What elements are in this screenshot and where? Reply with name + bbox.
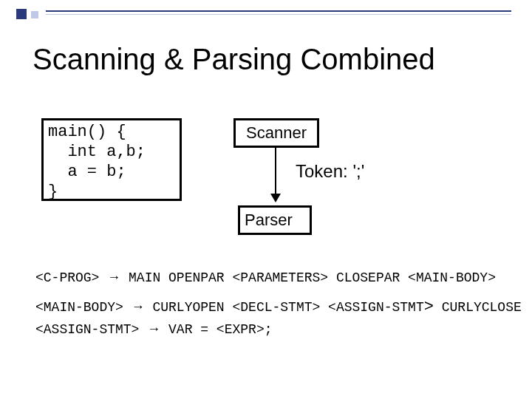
header-rule [46,10,511,15]
parser-box: Parser [238,205,312,235]
token-output: Token: ';' [296,161,364,182]
token-prefix: Token: [296,161,352,181]
grammar-rule-3: <ASSIGN-STMT> → VAR = <EXPR>; [35,318,273,341]
arrow-icon: → [147,321,160,336]
code-line-1: main() { [48,123,126,141]
rule1-lhs: <C-PROG> [35,270,99,285]
arrow-icon: → [132,299,145,314]
header-decor [16,9,38,19]
code-line-4: } [48,183,58,201]
big-angle: > [424,298,434,316]
slide-title: Scanning & Parsing Combined [33,43,435,76]
rule2-rhs-a: CURLYOPEN <DECL-STMT> <ASSIGN-STMT [152,300,423,315]
decor-square-large [16,9,27,19]
rule2-lhs: <MAIN-BODY> [35,300,123,315]
token-value: ';' [352,161,364,181]
rule3-rhs: VAR = <EXPR>; [168,322,272,337]
rule3-lhs: <ASSIGN-STMT> [35,322,139,337]
grammar-rule-1: <C-PROG> → MAIN OPENPAR <PARAMETERS> CLO… [35,266,496,289]
grammar-rule-2: <MAIN-BODY> → CURLYOPEN <DECL-STMT> <ASS… [35,296,522,318]
arrow-icon: → [107,270,120,284]
rule1-rhs: MAIN OPENPAR <PARAMETERS> CLOSEPAR <MAIN… [129,270,496,285]
decor-square-small [31,11,38,18]
rule2-rhs-b: CURLYCLOSE [442,300,522,315]
arrow-down-icon [275,148,276,201]
code-line-2: int a,b; [48,143,146,161]
scanner-box: Scanner [233,118,319,148]
source-code-box: main() { int a,b; a = b; } [41,118,182,201]
code-line-3: a = b; [48,163,126,181]
